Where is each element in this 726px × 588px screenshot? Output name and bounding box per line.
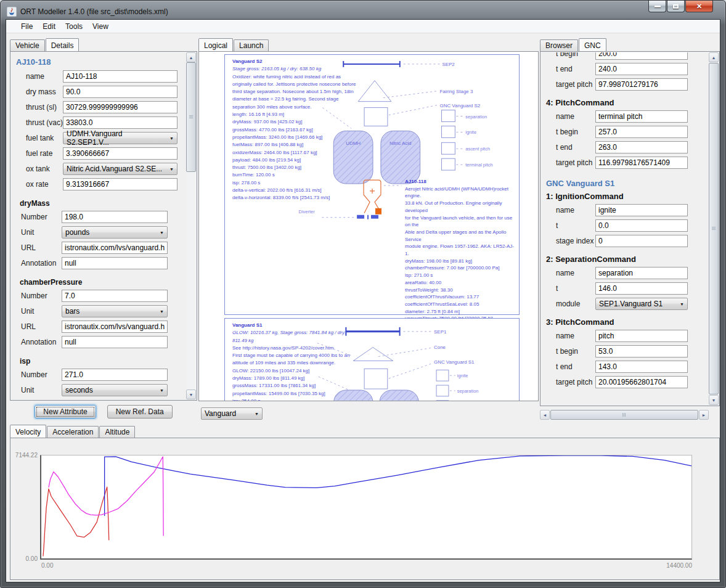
tab-gnc[interactable]: GNC bbox=[579, 38, 606, 51]
cmd4-name-field[interactable] bbox=[595, 110, 688, 123]
menu-edit[interactable]: Edit bbox=[38, 20, 60, 33]
menu-tools[interactable]: Tools bbox=[60, 20, 88, 33]
gnc-vertical-scrollbar[interactable]: ▲ ▼ bbox=[709, 52, 719, 405]
cmd3-t-end-field[interactable] bbox=[595, 361, 688, 373]
cmd1-stage-index-field[interactable] bbox=[595, 235, 688, 247]
scroll-up-icon[interactable]: ▲ bbox=[709, 52, 719, 62]
ignition-command-header: 1: IgnitionCommand bbox=[546, 192, 709, 201]
scroll-left-icon[interactable]: ◄ bbox=[540, 410, 550, 420]
isp-number-field[interactable] bbox=[62, 369, 168, 381]
tab-vehicle[interactable]: Vehicle bbox=[10, 39, 45, 51]
cmd3-target-pitch-field[interactable] bbox=[595, 376, 688, 388]
field-label: name bbox=[556, 269, 595, 277]
tab-details[interactable]: Details bbox=[46, 38, 80, 51]
x-axis-max-label: 14400.00 bbox=[643, 562, 692, 569]
chamber-number-field[interactable] bbox=[62, 290, 168, 302]
field-row: Number bbox=[21, 290, 186, 302]
field-row: t end bbox=[556, 361, 709, 373]
chevron-down-icon: ▼ bbox=[166, 167, 174, 171]
new-attribute-button[interactable]: New Attribute bbox=[35, 405, 96, 419]
thrust-vac-field[interactable] bbox=[63, 116, 177, 129]
section-title-isp: isp bbox=[20, 357, 186, 365]
t-end-field[interactable] bbox=[595, 63, 688, 75]
cmd4-t-begin-field[interactable] bbox=[595, 126, 688, 138]
cmd4-target-pitch-field[interactable] bbox=[595, 157, 688, 169]
cmd1-t-field[interactable] bbox=[595, 219, 688, 232]
scroll-thumb[interactable] bbox=[550, 410, 698, 420]
scroll-track[interactable] bbox=[186, 172, 196, 390]
chamber-unit-select[interactable]: bars▼ bbox=[62, 305, 168, 317]
target-pitch-field[interactable] bbox=[595, 78, 688, 91]
cmd2-module-select[interactable]: SEP1.Vanguard S1▼ bbox=[595, 298, 688, 310]
scroll-up-icon[interactable]: ▲ bbox=[186, 52, 196, 62]
scroll-thumb[interactable] bbox=[186, 62, 196, 172]
engine-name-header: AJ10-118 bbox=[16, 57, 186, 67]
cmd3-t-begin-field[interactable] bbox=[595, 345, 688, 357]
tab-launch[interactable]: Launch bbox=[234, 39, 269, 51]
combo-value: bars bbox=[65, 307, 80, 316]
field-label: Annotation bbox=[21, 259, 62, 267]
isp-unit-select[interactable]: seconds▼ bbox=[62, 384, 168, 396]
cmd2-name-field[interactable] bbox=[595, 267, 688, 279]
dry-mass-field[interactable] bbox=[63, 86, 177, 98]
minimize-button[interactable] bbox=[648, 1, 666, 12]
tab-browser[interactable]: Browser bbox=[540, 39, 578, 51]
stage-s1-box: Vanguard S1 GLOW: 10216.37 kg, Stage gro… bbox=[224, 318, 520, 401]
s1-shapes: SEP1 Cone GNC Vanguard S1 ignite bbox=[225, 319, 519, 401]
ox-tank-select[interactable]: Nitric Acid.Vanguard S2.SE...▼ bbox=[63, 163, 177, 175]
t-begin-field[interactable] bbox=[595, 52, 688, 60]
drymass-number-field[interactable] bbox=[62, 211, 168, 223]
scroll-right-icon[interactable]: ► bbox=[699, 410, 709, 420]
field-row: thrust (vac) bbox=[26, 116, 186, 129]
engine-description: Aerojet Nitric acid/UDMH (WFNA/UDMH)rock… bbox=[405, 186, 517, 258]
engine-text-block: AJ10-118 Aerojet Nitric acid/UDMH (WFNA/… bbox=[405, 178, 517, 330]
menu-view[interactable]: View bbox=[88, 20, 113, 33]
cmd3-name-field[interactable] bbox=[595, 330, 688, 342]
field-label: name bbox=[556, 206, 595, 214]
fuel-tank-select[interactable]: UDMH.Vanguard S2.SEP1.V...▼ bbox=[63, 132, 177, 144]
drymass-annotation-field[interactable] bbox=[62, 257, 168, 269]
app-window: ORT Modeller 1.4.0 (file src_dist\models… bbox=[0, 0, 726, 588]
close-button[interactable]: ✕ bbox=[685, 1, 713, 12]
field-row: Annotation bbox=[21, 257, 186, 269]
field-label: Unit bbox=[21, 228, 62, 237]
chart-series-svg bbox=[41, 455, 691, 558]
chevron-down-icon: ▼ bbox=[676, 302, 684, 306]
tab-altitude[interactable]: Altitude bbox=[99, 426, 135, 438]
cmd1-name-field[interactable] bbox=[595, 204, 688, 216]
chamber-url-field[interactable] bbox=[62, 321, 168, 333]
right-tab-strip: Browser GNC bbox=[540, 38, 720, 51]
diverter-label: Diverter bbox=[299, 209, 316, 214]
cmd2-t-field[interactable] bbox=[595, 282, 688, 295]
drymass-unit-select[interactable]: pounds▼ bbox=[62, 226, 168, 239]
details-vertical-scrollbar[interactable]: ▲ ▼ bbox=[186, 52, 196, 399]
ox-rate-field[interactable] bbox=[63, 178, 177, 190]
maximize-button[interactable] bbox=[667, 1, 685, 12]
new-ref-data-button[interactable]: New Ref. Data bbox=[107, 405, 173, 419]
field-row: fuel rate bbox=[26, 147, 186, 160]
thrust-sl-field[interactable] bbox=[63, 101, 177, 113]
name-field[interactable] bbox=[63, 70, 177, 83]
field-label: name bbox=[556, 112, 595, 121]
tab-logical[interactable]: Logical bbox=[198, 38, 233, 51]
field-row: stage index bbox=[556, 235, 709, 247]
field-row: ox tank Nitric Acid.Vanguard S2.SE...▼ bbox=[26, 163, 186, 175]
menu-file[interactable]: File bbox=[16, 20, 38, 33]
scroll-down-icon[interactable]: ▼ bbox=[186, 390, 196, 399]
field-label: t begin bbox=[556, 347, 595, 356]
gnc-s2-label: GNC Vanguard S2 bbox=[439, 103, 480, 108]
vehicle-select[interactable]: Vanguard ▼ bbox=[201, 407, 263, 420]
field-row: name bbox=[556, 110, 709, 123]
field-label: fuel rate bbox=[26, 149, 63, 158]
fuel-rate-field[interactable] bbox=[63, 147, 177, 160]
scroll-thumb[interactable] bbox=[709, 63, 719, 394]
tab-acceleration[interactable]: Acceleration bbox=[47, 426, 99, 438]
chamber-annotation-field[interactable] bbox=[62, 336, 168, 348]
field-row: name bbox=[556, 267, 709, 279]
scroll-down-icon[interactable]: ▼ bbox=[709, 395, 719, 405]
drymass-url-field[interactable] bbox=[62, 242, 168, 254]
tab-velocity[interactable]: Velocity bbox=[10, 425, 46, 438]
cmd4-t-end-field[interactable] bbox=[595, 141, 688, 153]
gnc-horizontal-scrollbar[interactable]: ◄ ► bbox=[540, 410, 709, 420]
details-form: AJ10-118 name dry mass thrust (sl) thrus… bbox=[10, 51, 197, 401]
